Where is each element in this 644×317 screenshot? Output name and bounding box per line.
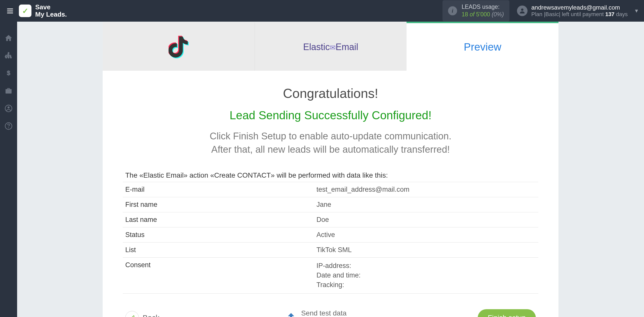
- back-button[interactable]: Back: [125, 311, 159, 317]
- svg-rect-7: [6, 56, 7, 57]
- field-value: TikTok SML: [314, 243, 538, 258]
- field-value: Jane: [314, 197, 538, 212]
- hamburger-icon: [7, 9, 13, 13]
- field-label: Last name: [123, 212, 314, 227]
- send-test-label: Send test data to Elastic Email: [301, 309, 352, 317]
- field-label: Status: [123, 227, 314, 243]
- nav-connections[interactable]: [0, 47, 17, 64]
- instructions-text: Click Finish Setup to enable auto-update…: [123, 130, 538, 156]
- send-test-button[interactable]: Send test data to Elastic Email: [285, 309, 352, 317]
- svg-point-4: [10, 57, 12, 59]
- svg-point-2: [5, 57, 7, 59]
- nav-help[interactable]: [0, 117, 17, 135]
- avatar-icon: [517, 6, 528, 16]
- field-value: test_email_address@mail.com: [314, 182, 538, 197]
- table-row: Last nameDoe: [123, 212, 538, 227]
- usage-label: LEADS usage:: [462, 3, 504, 11]
- upload-icon: [285, 311, 297, 317]
- table-row: ConsentIP-address:Date and time:Tracking…: [123, 258, 538, 293]
- info-icon: i: [448, 6, 457, 15]
- svg-rect-9: [8, 56, 9, 57]
- preview-data-table: E-mailtest_email_address@mail.comFirst n…: [123, 182, 538, 293]
- action-description: The «Elastic Email» action «Create CONTA…: [123, 171, 538, 179]
- setup-card: Elastic✉Email Preview Congratulations! L…: [103, 22, 558, 317]
- chevron-down-icon: ▼: [634, 8, 639, 14]
- svg-rect-8: [11, 56, 11, 57]
- field-label: List: [123, 243, 314, 258]
- nav-briefcase[interactable]: [0, 82, 17, 100]
- table-row: First nameJane: [123, 197, 538, 212]
- svg-point-1: [8, 52, 10, 54]
- nav-home[interactable]: [0, 29, 17, 47]
- tab-preview[interactable]: Preview: [407, 22, 558, 71]
- tab-source[interactable]: [103, 22, 255, 71]
- field-value: IP-address:Date and time:Tracking:: [314, 258, 538, 293]
- svg-point-12: [8, 106, 10, 108]
- table-row: E-mailtest_email_address@mail.com: [123, 182, 538, 197]
- usage-percent: (0%): [492, 11, 504, 18]
- back-label: Back: [143, 313, 159, 317]
- nav-account[interactable]: [0, 100, 17, 117]
- nav-billing[interactable]: $: [0, 64, 17, 82]
- usage-total: 5'000: [476, 11, 490, 18]
- user-menu[interactable]: andrewsavemyleads@gmail.com Plan |Basic|…: [517, 4, 639, 18]
- congratulations-heading: Congratulations!: [123, 86, 538, 101]
- step-tabs: Elastic✉Email Preview: [103, 22, 558, 71]
- svg-point-0: [521, 9, 523, 11]
- top-header: ✓ Save My Leads. i LEADS usage: 18 of 5'…: [0, 0, 644, 22]
- svg-point-14: [8, 127, 9, 128]
- brand-name: Save My Leads.: [35, 4, 67, 18]
- user-plan: Plan |Basic| left until payment 137 days: [531, 11, 628, 18]
- field-label: Consent: [123, 258, 314, 293]
- menu-toggle-button[interactable]: [5, 6, 15, 16]
- field-label: First name: [123, 197, 314, 212]
- success-message: Lead Sending Successfully Configured!: [123, 108, 538, 122]
- table-row: StatusActive: [123, 227, 538, 243]
- svg-rect-5: [8, 54, 9, 56]
- table-row: ListTikTok SML: [123, 243, 538, 258]
- usage-of: of: [470, 11, 474, 18]
- pencil-icon: [125, 311, 139, 317]
- logo[interactable]: ✓: [19, 5, 31, 17]
- user-email: andrewsavemyleads@gmail.com: [531, 4, 628, 11]
- usage-used: 18: [462, 11, 468, 18]
- preview-label: Preview: [464, 41, 501, 53]
- svg-point-3: [8, 57, 10, 59]
- field-value: Active: [314, 227, 538, 243]
- tab-destination[interactable]: Elastic✉Email: [255, 22, 407, 71]
- svg-text:$: $: [7, 69, 11, 77]
- sidebar: $: [0, 22, 17, 317]
- checkmark-icon: ✓: [22, 7, 28, 15]
- tiktok-icon: [169, 36, 189, 58]
- leads-usage-badge: i LEADS usage: 18 of 5'000 (0%): [442, 0, 509, 21]
- field-value: Doe: [314, 212, 538, 227]
- field-label: E-mail: [123, 182, 314, 197]
- finish-setup-button[interactable]: Finish setup: [478, 309, 536, 317]
- elastic-email-logo: Elastic✉Email: [303, 42, 358, 52]
